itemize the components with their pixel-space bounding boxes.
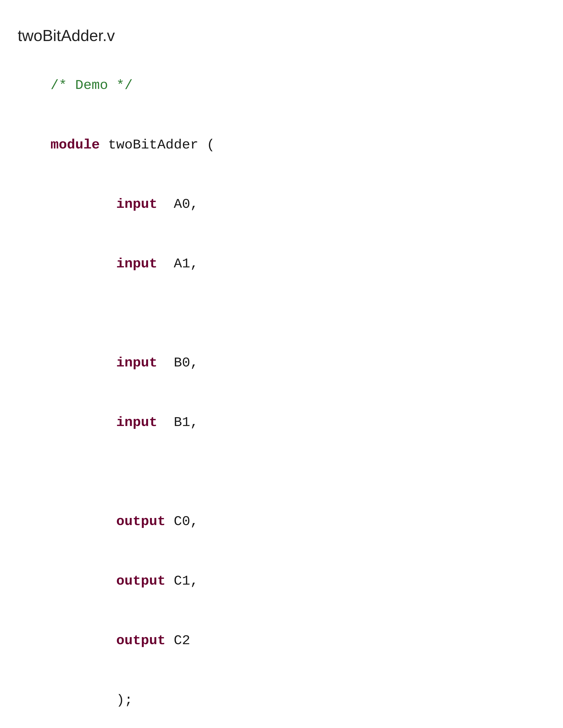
- verilog-code: /* Demo */ module twoBitAdder ( input A0…: [18, 56, 545, 728]
- comment-line: /* Demo */: [51, 77, 133, 93]
- input-kw-a1: input: [116, 256, 157, 272]
- output-kw-c0: output: [116, 514, 165, 529]
- input-kw-a0: input: [116, 196, 157, 212]
- input-kw-b1: input: [116, 415, 157, 430]
- output-kw-c1: output: [116, 573, 165, 589]
- input-kw-b0: input: [116, 355, 157, 371]
- module-keyword: module: [51, 137, 100, 153]
- output-kw-c2: output: [116, 633, 165, 648]
- module-name: twoBitAdder (: [100, 137, 215, 153]
- verilog-filename: twoBitAdder.v: [18, 26, 545, 45]
- verilog-section: twoBitAdder.v /* Demo */ module twoBitAd…: [18, 26, 545, 728]
